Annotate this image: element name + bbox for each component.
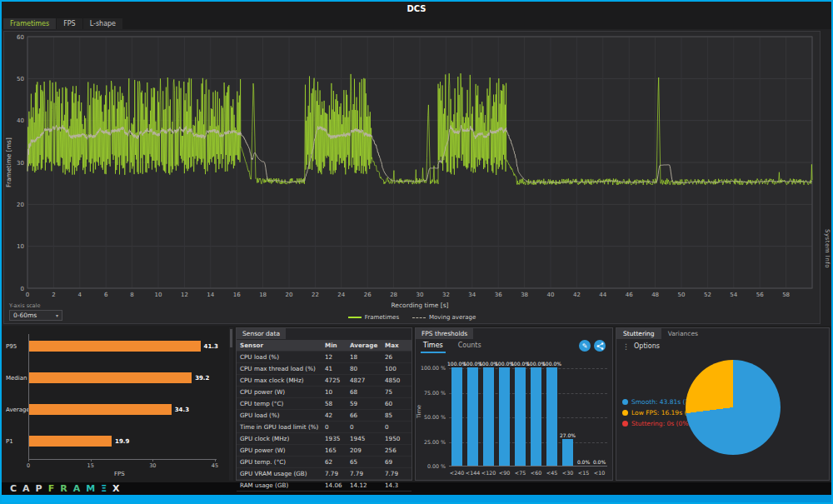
svg-text:44: 44 [599,292,606,298]
sensor-cell: 4827 [348,375,383,386]
svg-text:10: 10 [17,243,24,250]
bar [546,367,557,466]
sensor-cell: 100 [383,363,408,374]
bar [29,341,201,352]
y-tick-label: 75.00 % [419,390,446,396]
bar-value: 34.3 [175,407,189,413]
sensor-col-header: Sensor [237,340,323,351]
svg-text:20: 20 [286,292,293,298]
bar [451,367,462,466]
legend-label: Moving average [429,314,476,321]
x-axis-title: FPS [114,471,125,477]
logo-letter: C [10,484,17,493]
svg-text:Frametime [ms]: Frametime [ms] [5,137,12,187]
system-info-tab[interactable]: System Info [824,229,831,268]
bar [515,367,526,466]
bar-value: 41.3 [204,343,218,350]
y-tick-label: 100.00 % [419,365,446,371]
svg-text:46: 46 [626,292,633,298]
sensor-row: GPU load (%)426685 [237,410,412,422]
sensor-cell: 85 [383,410,408,421]
frametime-chart-panel: 0102030405060024681012141618202224262830… [3,31,821,324]
tab-fps[interactable]: FPS [57,18,82,29]
bottom-accent-bar [2,495,831,502]
y-axis-scale-label: Y-axis scale [9,302,62,309]
sensor-row: GPU temp. (°C)626569 [237,457,412,468]
sensor-data-tab[interactable]: Sensor data [237,328,286,339]
svg-text:34: 34 [468,292,476,298]
bar-value: 19.9 [115,438,129,445]
x-tick-label: <60 [531,470,541,476]
logo-letter: X [112,484,119,493]
sensor-cell: RAM usage (GB) [237,480,323,491]
sensor-table: SensorMinAverageMaxCPU load (%)121826CPU… [237,340,412,492]
tab-stuttering[interactable]: Stuttering [616,328,661,339]
bar [483,367,494,466]
svg-text:14: 14 [207,292,214,298]
bar-value: 27.0% [560,432,576,438]
x-tick-label: <120 [481,470,496,476]
sensor-cell: GPU load (%) [237,410,323,421]
sensor-cell: 60 [383,398,408,409]
sensor-row: GPU clock (MHz)193519451950 [237,433,412,445]
svg-text:60: 60 [17,34,24,41]
logo-letter: R [60,484,67,493]
svg-text:36: 36 [495,292,502,298]
fps-thresholds-tab[interactable]: FPS thresholds [416,328,473,339]
logo-letter: A [22,484,30,493]
sensor-cell: Time in GPU load limit (%) [237,422,323,432]
bar-label: P95 [6,343,17,350]
bar-value: 0.0% [593,459,606,465]
sensor-cell: 7.79 [323,468,348,479]
sensor-cell: 1935 [323,433,348,444]
svg-text:22: 22 [312,292,319,298]
tab-times[interactable]: Times [421,340,446,353]
tab-frametimes[interactable]: Frametimes [3,18,56,29]
sensor-col-header: Average [348,340,383,351]
sensor-data-panel: Sensor data SensorMinAverageMaxCPU load … [236,327,412,481]
options-button[interactable]: ⋮ Options [622,342,660,350]
options-label: Options [634,342,660,350]
svg-text:0: 0 [26,292,29,298]
sensor-cell: 12 [323,352,348,362]
x-tick-label: 15 [84,462,97,469]
sensor-row: CPU load (%)121826 [237,352,412,363]
sensor-row: GPU power (W)165209256 [237,445,412,457]
stuttering-pie-chart [686,360,781,455]
svg-text:58: 58 [782,292,790,298]
sensor-row: Time in GPU load limit (%)000 [237,422,412,433]
sensor-cell: 69 [383,457,408,467]
x-tick [215,459,216,462]
x-tick-label: <144 [466,470,480,476]
sensor-row: CPU max thread load (%)4180100 [237,363,412,375]
tab-variances[interactable]: Variances [661,328,705,339]
tab-counts[interactable]: Counts [456,340,484,353]
titlebar: DCS [2,2,831,16]
x-tick-label: 45 [208,462,222,469]
sensor-cell: 4850 [383,375,408,386]
panel-resize-handle[interactable] [229,327,233,481]
svg-text:28: 28 [390,292,397,298]
sensor-cell: 4725 [323,375,348,386]
svg-text:20: 20 [17,202,24,208]
logo-letter: F [48,484,55,493]
sensor-cell: GPU VRAM usage (GB) [237,468,323,479]
legend-item: Moving average [412,314,476,321]
share-button[interactable] [594,340,606,352]
stuttering-tab-bar: StutteringVariances [616,328,705,339]
sensor-cell: CPU power (W) [237,387,323,397]
svg-text:40: 40 [17,117,24,124]
tab-l-shape[interactable]: L-shape [83,18,122,29]
sensor-cell: 41 [323,363,348,374]
sensor-cell: 14.12 [348,480,383,491]
y-axis-line [28,334,29,459]
bar-value: 0.0% [577,459,590,465]
sensor-header-row: SensorMinAverageMax [237,340,412,352]
logo-letter: P [36,484,42,493]
edit-button[interactable]: ✎ [579,340,591,352]
sensor-cell: CPU max clock (MHz) [237,375,323,386]
sensor-cell: 0 [383,422,408,432]
sensor-cell: 7.79 [348,468,383,479]
svg-text:8: 8 [130,292,133,298]
sensor-row: GPU VRAM usage (GB)7.797.797.79 [237,468,412,480]
